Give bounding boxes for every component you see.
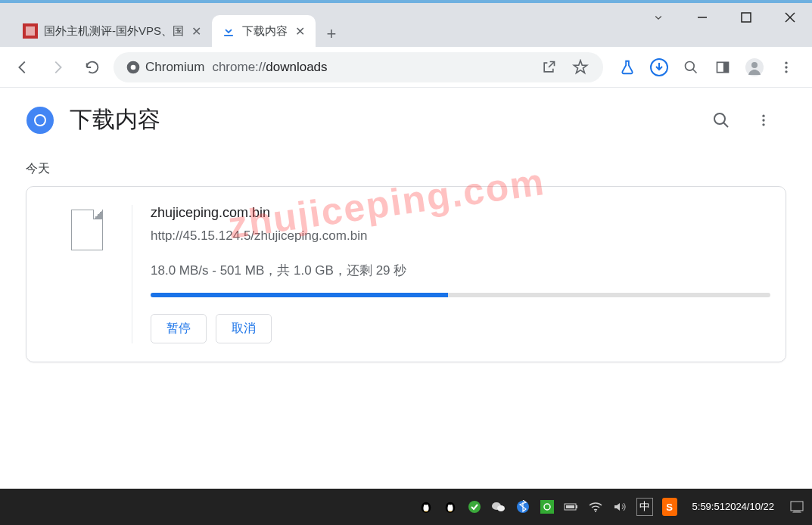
site-chip: Chromium	[126, 60, 204, 75]
svg-point-34	[468, 501, 481, 513]
svg-point-25	[762, 123, 764, 126]
chromium-icon	[126, 60, 141, 75]
toolbar: Chromium chrome://downloads	[0, 47, 812, 88]
tray-wifi-icon[interactable]	[588, 498, 603, 516]
svg-point-20	[36, 116, 45, 125]
svg-line-10	[693, 69, 697, 73]
svg-point-17	[785, 70, 787, 73]
cancel-button[interactable]: 取消	[216, 314, 272, 343]
downloads-header: 下载内容	[0, 88, 812, 143]
svg-point-23	[762, 114, 764, 116]
window-maximize-button[interactable]	[724, 3, 768, 32]
tray-clock[interactable]: 5:59:51 2024/10/22	[686, 498, 780, 516]
svg-point-33	[450, 505, 452, 506]
svg-rect-41	[576, 505, 577, 508]
svg-point-21	[714, 113, 725, 124]
svg-rect-12	[723, 62, 729, 72]
svg-point-43	[595, 511, 596, 512]
search-downloads-icon[interactable]	[711, 110, 732, 131]
svg-line-22	[723, 123, 728, 127]
back-button[interactable]	[9, 54, 36, 81]
download-item: zhujiceping.com.bin http://45.15.124.5/z…	[26, 186, 786, 362]
section-today-label: 今天	[0, 143, 812, 186]
window-close-button[interactable]	[768, 3, 812, 32]
svg-point-36	[497, 505, 505, 511]
address-bar[interactable]: Chromium chrome://downloads	[114, 52, 603, 82]
tray-check-icon[interactable]	[467, 498, 482, 516]
tray-battery-icon[interactable]	[564, 498, 579, 516]
file-icon	[71, 210, 103, 250]
file-icon-column	[42, 205, 132, 343]
url-text: chrome://downloads	[212, 60, 530, 75]
download-progress-fill	[151, 293, 448, 297]
profile-icon[interactable]	[744, 57, 765, 78]
tray-volume-icon[interactable]	[612, 498, 627, 516]
share-icon[interactable]	[538, 57, 559, 78]
flask-icon[interactable]	[617, 57, 638, 78]
svg-point-29	[426, 505, 428, 506]
svg-rect-44	[791, 502, 803, 511]
download-progress-bar	[151, 293, 770, 297]
download-indicator-icon[interactable]	[649, 57, 670, 78]
download-icon	[221, 23, 236, 39]
tab-1-close-icon[interactable]: ✕	[294, 23, 306, 40]
window-dropdown-icon[interactable]	[636, 3, 680, 32]
svg-point-7	[131, 64, 136, 70]
bookmark-icon[interactable]	[570, 57, 591, 78]
window-minimize-button[interactable]	[680, 3, 724, 32]
browser-titlebar: 国外主机测评-国外VPS、国 ✕ 下载内容 ✕ +	[0, 0, 812, 47]
menu-icon[interactable]	[776, 57, 797, 78]
svg-point-28	[424, 505, 425, 506]
tab-1-title: 下载内容	[242, 24, 288, 39]
side-panel-icon[interactable]	[712, 57, 733, 78]
tray-sogou-icon[interactable]: S	[662, 498, 677, 516]
tab-1[interactable]: 下载内容 ✕	[212, 15, 316, 47]
tray-ime-indicator[interactable]: 中	[636, 498, 653, 516]
tray-qq-icon-2[interactable]	[443, 498, 458, 516]
svg-point-32	[448, 505, 450, 506]
tray-nvidia-icon[interactable]	[540, 498, 555, 516]
tray-date: 2024/10/22	[725, 501, 774, 513]
chromium-logo-icon	[26, 106, 54, 135]
svg-rect-1	[26, 26, 35, 36]
svg-point-14	[751, 62, 758, 68]
svg-rect-38	[540, 500, 554, 514]
download-url[interactable]: http://45.15.124.5/zhujiceping.com.bin	[151, 228, 770, 244]
tab-0-title: 国外主机测评-国外VPS、国	[44, 24, 184, 39]
tab-strip: 国外主机测评-国外VPS、国 ✕ 下载内容 ✕ +	[0, 3, 344, 47]
tab-0-favicon	[23, 23, 38, 39]
download-status: 18.0 MB/s - 501 MB，共 1.0 GB，还剩 29 秒	[151, 262, 770, 279]
tray-bluetooth-icon[interactable]	[515, 498, 530, 516]
page-title: 下载内容	[70, 104, 695, 135]
system-tray: 中 S 5:59:51 2024/10/22	[418, 498, 804, 516]
extension-icons	[611, 57, 803, 78]
site-chip-label: Chromium	[145, 60, 204, 75]
svg-point-16	[785, 66, 787, 68]
svg-rect-42	[566, 505, 574, 508]
svg-point-15	[785, 61, 787, 64]
window-controls	[636, 3, 812, 32]
tray-notifications-icon[interactable]	[789, 498, 804, 516]
search-toolbar-icon[interactable]	[680, 57, 702, 78]
tray-qq-icon-1[interactable]	[418, 498, 434, 516]
svg-point-9	[686, 61, 695, 70]
reload-button[interactable]	[79, 54, 106, 81]
tray-time: 5:59:51	[692, 501, 725, 513]
svg-point-24	[762, 119, 764, 121]
pause-button[interactable]: 暂停	[151, 314, 207, 343]
tab-0-close-icon[interactable]: ✕	[190, 23, 203, 40]
more-options-icon[interactable]	[753, 110, 774, 131]
tray-wechat-icon[interactable]	[491, 498, 506, 516]
svg-rect-3	[742, 13, 751, 22]
tab-0[interactable]: 国外主机测评-国外VPS、国 ✕	[14, 15, 212, 47]
download-filename[interactable]: zhujiceping.com.bin	[151, 205, 770, 221]
new-tab-button[interactable]: +	[319, 21, 344, 47]
os-taskbar: 中 S 5:59:51 2024/10/22	[0, 489, 812, 525]
forward-button[interactable]	[44, 54, 71, 81]
